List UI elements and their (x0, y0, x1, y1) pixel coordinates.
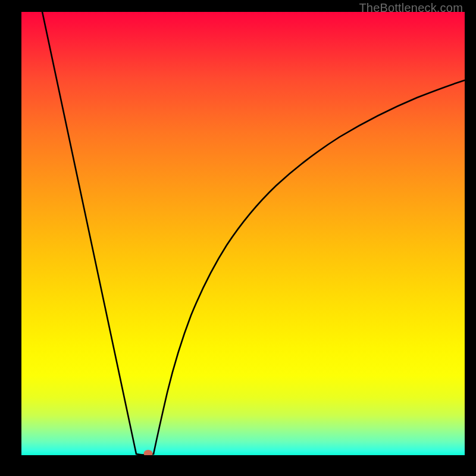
curve-right-branch (154, 77, 465, 454)
optimal-point-marker (144, 450, 153, 455)
plot-area (21, 12, 465, 455)
bottleneck-curve (21, 12, 465, 455)
chart-frame: TheBottleneck.com (0, 0, 476, 476)
curve-left-branch (42, 12, 136, 454)
watermark-text: TheBottleneck.com (359, 1, 463, 15)
